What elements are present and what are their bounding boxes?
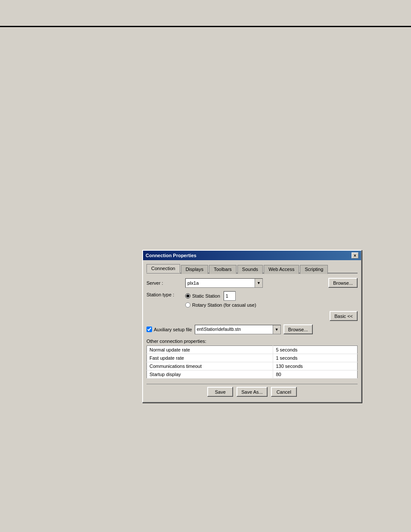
top-divider [0, 26, 411, 27]
server-label: Server : [146, 280, 185, 286]
static-station-radio[interactable] [185, 293, 190, 299]
table-row: Fast update rate 1 seconds [147, 354, 358, 362]
properties-table: Normal update rate 5 seconds Fast update… [146, 345, 358, 379]
basic-button-row: Basic << [146, 311, 358, 321]
cancel-button[interactable]: Cancel [271, 387, 297, 397]
tab-connection[interactable]: Connection [146, 264, 180, 273]
tab-sounds[interactable]: Sounds [237, 265, 263, 274]
table-row: Normal update rate 5 seconds [147, 346, 358, 354]
prop-value-3: 80 [273, 370, 358, 379]
prop-name-1: Fast update rate [147, 354, 273, 362]
tab-web-access[interactable]: Web Access [264, 265, 299, 274]
tab-displays[interactable]: Displays [181, 265, 209, 274]
rotary-station-row: Rotary Station (for casual use) [185, 302, 256, 308]
rotary-station-label: Rotary Station (for casual use) [192, 302, 256, 308]
server-combo: plx1a ▼ [185, 278, 263, 288]
prop-value-0: 5 seconds [273, 346, 358, 354]
radio-group: Static Station Rotary Station (for casua… [185, 291, 256, 308]
basic-button[interactable]: Basic << [330, 311, 358, 321]
static-station-row: Static Station [185, 291, 256, 301]
save-as-button[interactable]: Save As... [237, 387, 268, 397]
server-combobox[interactable]: plx1a ▼ [185, 278, 263, 288]
station-number-input[interactable] [224, 291, 236, 301]
table-row: Startup display 80 [147, 370, 358, 379]
prop-name-2: Communications timeout [147, 362, 273, 370]
dialog-overlay: Connection Properties × Connection Displ… [142, 250, 362, 403]
tab-scripting[interactable]: Scripting [300, 265, 328, 274]
aux-file-row: Auxiliary setup file ent\Station\default… [146, 324, 358, 334]
connection-properties-dialog: Connection Properties × Connection Displ… [142, 250, 362, 403]
server-value: plx1a [186, 280, 255, 286]
close-button[interactable]: × [352, 252, 358, 258]
aux-checkbox-label: Auxiliary setup file [146, 327, 192, 332]
dialog-body: Connection Displays Toolbars Sounds Web … [143, 260, 361, 402]
aux-file-label: Auxiliary setup file [154, 327, 192, 332]
station-type-row: Station type : Static Station Rotary Sta… [146, 291, 358, 308]
dialog-footer: Save Save As... Cancel [146, 384, 358, 398]
prop-value-2: 130 seconds [273, 362, 358, 370]
tab-toolbars[interactable]: Toolbars [209, 265, 237, 274]
dialog-title: Connection Properties [146, 253, 196, 258]
aux-file-value: ent\Station\defaultb.stn [195, 326, 273, 333]
aux-combo[interactable]: ent\Station\defaultb.stn ▼ [195, 325, 281, 334]
save-button[interactable]: Save [207, 387, 233, 397]
station-type-label: Station type : [146, 291, 185, 297]
static-station-label: Static Station [192, 293, 220, 299]
server-row: Server : plx1a ▼ Browse... [146, 278, 358, 288]
server-browse-button[interactable]: Browse... [328, 278, 358, 288]
aux-browse-button[interactable]: Browse... [283, 324, 313, 334]
other-props-label: Other connection properties: [146, 339, 358, 344]
prop-value-1: 1 seconds [273, 354, 358, 362]
title-bar: Connection Properties × [143, 251, 361, 260]
rotary-station-radio[interactable] [185, 302, 190, 308]
aux-dropdown-arrow[interactable]: ▼ [273, 325, 280, 334]
server-dropdown-arrow[interactable]: ▼ [255, 279, 262, 287]
prop-name-0: Normal update rate [147, 346, 273, 354]
aux-checkbox[interactable] [146, 327, 152, 332]
tabs-container: Connection Displays Toolbars Sounds Web … [146, 264, 358, 274]
prop-name-3: Startup display [147, 370, 273, 379]
table-row: Communications timeout 130 seconds [147, 362, 358, 370]
